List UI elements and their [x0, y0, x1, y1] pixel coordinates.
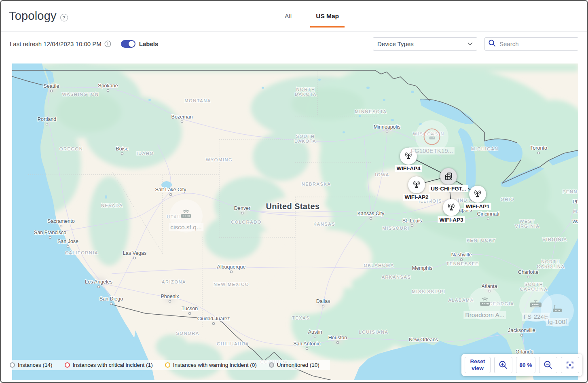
fit-view-icon: [565, 360, 575, 370]
legend-item: Instances (14): [10, 362, 53, 368]
tab-bar: AllUS Map: [19, 1, 588, 31]
device-node-label: cisco.sf.q...: [169, 223, 203, 231]
legend-item: Instances with critical incident (1): [65, 362, 153, 368]
firewall-icon[interactable]: [440, 168, 457, 185]
legend-item-label: Instances (14): [18, 362, 53, 368]
labels-toggle[interactable]: [121, 40, 135, 48]
ap-icon[interactable]: [424, 129, 440, 145]
tab-us-map[interactable]: US Map: [315, 11, 340, 21]
page-header: Topology ? AllUS Map: [1, 1, 587, 32]
labels-toggle-label: Labels: [139, 40, 159, 47]
search-icon: [488, 39, 496, 49]
legend-status-icon: [10, 362, 15, 368]
device-node-label: WIFI-AP3: [438, 216, 465, 223]
legend-status-icon: [65, 362, 70, 368]
legend-item: Unmonitored (10): [269, 362, 319, 368]
legend-item: Instances with warning incident (0): [165, 362, 257, 368]
search-input[interactable]: [499, 40, 575, 48]
zoom-percent[interactable]: 80 %: [516, 357, 535, 373]
tab-all[interactable]: All: [284, 11, 292, 21]
chevron-down-icon: [467, 42, 473, 46]
wifi-icon[interactable]: [408, 176, 425, 193]
legend-status-icon: [165, 362, 170, 368]
last-refresh-text: Last refresh 12/04/2023 10:00 PM: [10, 40, 102, 47]
map-controls: Reset view 80 %: [461, 354, 582, 376]
zoom-out-button[interactable]: [539, 357, 557, 373]
device-node-label: WIFI-AP4: [395, 165, 422, 172]
wifi-icon[interactable]: [443, 199, 460, 216]
router-icon: [478, 296, 492, 311]
device-types-value: Device Types: [377, 40, 414, 47]
legend-item-label: Instances with critical incident (1): [73, 362, 153, 368]
toggle-knob: [129, 41, 135, 47]
device-node-label: WIFI-AP2: [403, 194, 430, 201]
device-nodes-layer: WIFI-AP4WIFI-AP2WIFI-AP3WIFI-AP1US-CHI-F…: [12, 63, 578, 380]
info-icon[interactable]: [104, 40, 111, 47]
search-box: [484, 37, 578, 51]
device-node-label: WIFI-AP1: [464, 203, 491, 210]
legend-item-label: Unmonitored (10): [277, 362, 319, 368]
reset-view-button[interactable]: Reset view: [465, 357, 491, 373]
router-icon: [179, 209, 193, 223]
legend-status-icon: [269, 362, 274, 368]
zoom-in-button[interactable]: [494, 357, 512, 373]
fit-view-button[interactable]: [561, 357, 579, 373]
map-legend: Instances (14)Instances with critical in…: [6, 360, 330, 370]
router2-icon: [550, 303, 565, 318]
zoom-out-icon: [543, 360, 553, 370]
device-node-label: FG100ETK19...: [409, 147, 455, 154]
wifi-icon[interactable]: [469, 186, 486, 203]
zoom-in-icon: [498, 360, 508, 370]
device-types-select[interactable]: Device Types: [373, 37, 477, 51]
device-node-label: Broadcom A...: [463, 311, 506, 319]
legend-item-label: Instances with warning incident (0): [173, 362, 257, 368]
device-node-label: US-CHI-FGT...: [429, 185, 468, 192]
topology-page: Topology ? AllUS Map Last refresh 12/04/…: [0, 0, 588, 383]
us-map[interactable]: WASHINGTONOREGONIDAHOMONTANAWYOMINGNEVAD…: [12, 63, 578, 380]
map-toolbar: Last refresh 12/04/2023 10:00 PM Labels …: [1, 32, 587, 56]
device-node-label: fg-100f: [546, 318, 569, 326]
